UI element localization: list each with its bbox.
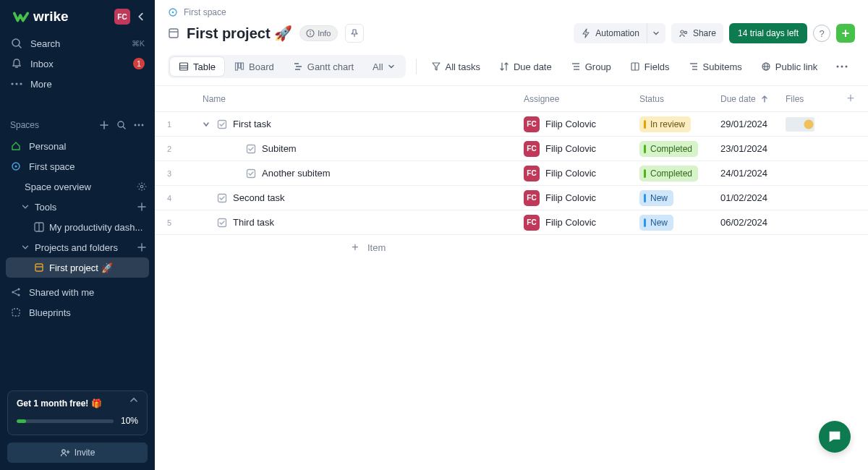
first-project-nav[interactable]: First project 🚀	[6, 257, 149, 278]
assignee-name: Filip Colovic	[545, 192, 596, 203]
status-cell[interactable]: New	[639, 215, 720, 231]
fields-button[interactable]: Fields	[626, 57, 674, 76]
assignee-cell[interactable]: FCFilip Colovic	[524, 166, 639, 181]
status-cell[interactable]: Completed	[639, 166, 720, 181]
col-status[interactable]: Status	[639, 94, 720, 104]
automation-split: Automation	[574, 23, 665, 43]
expand-icon[interactable]	[201, 119, 211, 129]
automation-dropdown[interactable]	[647, 23, 665, 43]
tab-board[interactable]: Board	[226, 57, 283, 76]
chevron-down-icon	[652, 30, 660, 37]
invite-button[interactable]: Invite	[7, 443, 148, 463]
automation-button[interactable]: Automation	[574, 23, 647, 43]
col-name[interactable]: Name	[184, 94, 524, 104]
svg-rect-55	[218, 120, 226, 128]
assignee-cell[interactable]: FCFilip Colovic	[524, 190, 639, 206]
bell-icon	[10, 57, 23, 70]
status-cell[interactable]: Completed	[639, 141, 720, 157]
assignee-cell[interactable]: FCFilip Colovic	[524, 116, 639, 132]
views-all-dropdown[interactable]: All	[364, 57, 403, 76]
task-row[interactable]: 5Third taskFCFilip ColovicNew06/02/2024	[155, 210, 868, 235]
svg-rect-37	[242, 63, 244, 69]
sidebar-inbox[interactable]: Inbox 1	[0, 54, 155, 74]
subitems-icon	[689, 61, 699, 72]
wrike-logo[interactable]: wrike	[13, 9, 69, 25]
add-tool-icon[interactable]	[136, 201, 148, 213]
col-files[interactable]: Files	[786, 94, 836, 104]
search-spaces-icon[interactable]	[116, 119, 127, 131]
add-item-row[interactable]: + Item	[155, 235, 868, 260]
subitems-button[interactable]: Subitems	[684, 57, 746, 76]
due-date-cell[interactable]: 06/02/2024	[720, 217, 786, 228]
tab-gantt[interactable]: Gantt chart	[284, 57, 362, 76]
svg-point-20	[17, 294, 20, 296]
space-icon	[168, 7, 178, 17]
col-assignee[interactable]: Assignee	[524, 94, 639, 104]
space-overview[interactable]: Space overview	[0, 176, 155, 197]
blueprints[interactable]: Blueprints	[0, 302, 155, 322]
spaces-more-icon[interactable]	[133, 119, 145, 131]
add-space-icon[interactable]	[98, 119, 110, 131]
due-date-cell[interactable]: 24/01/2024	[720, 168, 786, 179]
status-label: New	[650, 218, 668, 228]
files-cell[interactable]	[786, 117, 836, 132]
sort-due-date[interactable]: Due date	[495, 57, 556, 76]
assignee-avatar: FC	[524, 215, 540, 231]
info-button[interactable]: Info	[299, 25, 337, 41]
tools-folder[interactable]: Tools	[0, 197, 155, 217]
wrike-logo-icon	[13, 9, 29, 25]
due-date-cell[interactable]: 23/01/2024	[720, 143, 786, 154]
user-avatar[interactable]: FC	[114, 9, 130, 25]
promo-collapse-icon[interactable]	[128, 394, 141, 407]
svg-rect-58	[218, 194, 226, 202]
due-date-cell[interactable]: 29/01/2024	[720, 119, 786, 129]
tab-table[interactable]: Table	[170, 57, 224, 76]
status-cell[interactable]: New	[639, 190, 720, 206]
shared-with-me[interactable]: Shared with me	[0, 282, 155, 302]
collapse-sidebar-icon[interactable]	[136, 12, 146, 22]
space-first-space[interactable]: First space	[0, 156, 155, 176]
status-cell[interactable]: In review	[639, 116, 720, 132]
task-row[interactable]: 3Another subitemFCFilip ColovicCompleted…	[155, 161, 868, 186]
project-icon	[168, 27, 179, 39]
svg-point-3	[11, 82, 13, 85]
public-link-button[interactable]: Public link	[757, 57, 822, 76]
sidebar-search[interactable]: Search ⌘K	[0, 33, 155, 54]
pin-button[interactable]	[345, 24, 364, 43]
add-column-button[interactable]: +	[836, 91, 865, 106]
space-personal[interactable]: Personal	[0, 136, 155, 156]
col-due-date[interactable]: Due date	[720, 94, 786, 104]
svg-line-7	[123, 127, 125, 129]
share-button[interactable]: Share	[671, 23, 723, 43]
create-button[interactable]: +	[836, 24, 855, 43]
task-name: Another subitem	[262, 168, 331, 179]
due-date-cell[interactable]: 01/02/2024	[720, 192, 786, 203]
group-button[interactable]: Group	[566, 57, 616, 76]
first-space-label: First space	[29, 161, 75, 172]
file-thumbnail[interactable]	[786, 117, 814, 132]
help-button[interactable]: ?	[813, 25, 830, 42]
view-tabs: Table Board Gantt chart All	[168, 55, 406, 78]
chat-fab[interactable]	[819, 421, 851, 453]
task-row[interactable]: 1First taskFCFilip ColovicIn review29/01…	[155, 112, 868, 137]
project-title[interactable]: First project 🚀	[187, 25, 292, 42]
task-row[interactable]: 2SubitemFCFilip ColovicCompleted23/01/20…	[155, 137, 868, 161]
projects-folder[interactable]: Projects and folders	[0, 237, 155, 257]
svg-point-24	[172, 12, 174, 14]
sidebar: wrike FC Search ⌘K Inbox 1 More Spaces	[0, 0, 155, 470]
add-project-icon[interactable]	[136, 242, 148, 253]
gear-icon[interactable]	[136, 181, 148, 192]
trial-badge[interactable]: 14 trial days left	[729, 23, 807, 43]
assignee-cell[interactable]: FCFilip Colovic	[524, 215, 639, 231]
breadcrumb[interactable]: First space	[155, 0, 868, 20]
toolbar-more[interactable]	[832, 57, 852, 76]
status-label: In review	[650, 119, 685, 129]
task-row[interactable]: 4Second taskFCFilip ColovicNew01/02/2024	[155, 186, 868, 210]
dashboard-item[interactable]: My productivity dash...	[0, 217, 155, 237]
search-label: Search	[30, 38, 124, 49]
filter-all-tasks[interactable]: All tasks	[427, 57, 485, 76]
sidebar-more[interactable]: More	[0, 74, 155, 94]
chevron-down-icon	[20, 202, 30, 212]
row-number: 1	[155, 120, 184, 129]
assignee-cell[interactable]: FCFilip Colovic	[524, 141, 639, 157]
